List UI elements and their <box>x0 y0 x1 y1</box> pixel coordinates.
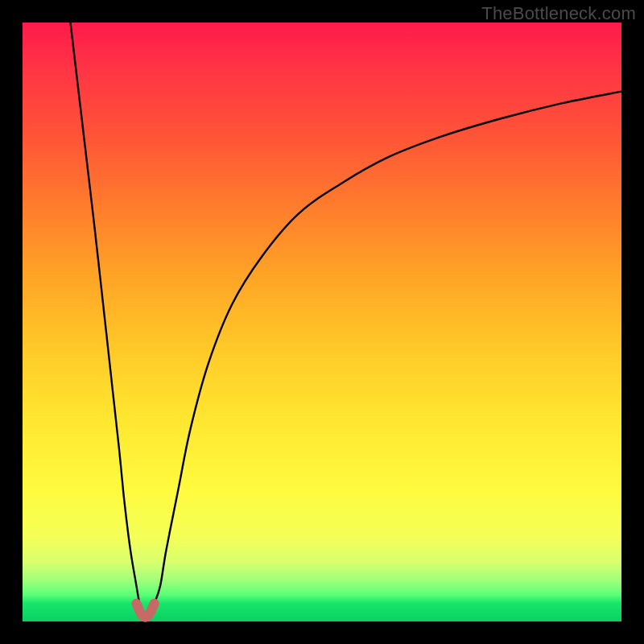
plot-area <box>23 23 621 621</box>
watermark-label: TheBottleneck.com <box>481 3 636 24</box>
valley-marker <box>136 604 154 617</box>
chart-frame: TheBottleneck.com <box>0 0 644 644</box>
curve-layer <box>23 23 621 621</box>
curve-right-branch <box>155 92 621 604</box>
curve-left-branch <box>71 23 140 604</box>
bottleneck-curve <box>71 23 622 617</box>
